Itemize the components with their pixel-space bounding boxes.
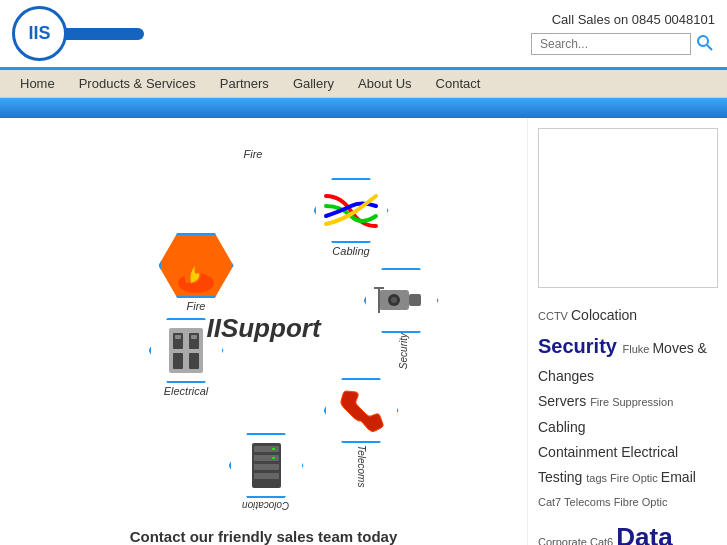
logo: IIS	[12, 6, 67, 61]
tag-testing[interactable]: Testing	[538, 469, 586, 485]
main: IISupport Fire	[0, 118, 727, 545]
svg-rect-19	[173, 353, 183, 369]
tag-telecoms[interactable]: Telecoms	[564, 496, 614, 508]
tag-fire-optic[interactable]: Fire Optic	[610, 472, 661, 484]
nav: Home Products & Services Partners Galler…	[0, 70, 727, 98]
search-input[interactable]	[531, 33, 691, 55]
tag-corporate[interactable]: Corporate Cat6	[538, 536, 616, 545]
hex-security: Security	[364, 268, 439, 369]
svg-line-1	[707, 45, 712, 50]
tag-colocation[interactable]: Colocation	[571, 307, 637, 323]
tag-cat7[interactable]: Cat7	[538, 496, 564, 508]
tag-electrical[interactable]: Electrical	[621, 444, 678, 460]
svg-rect-12	[254, 464, 279, 470]
svg-rect-15	[272, 457, 275, 459]
svg-rect-10	[254, 446, 279, 452]
logo-text: IIS	[28, 23, 50, 44]
search-icon	[697, 35, 713, 51]
hex-diagram: IISupport Fire	[64, 138, 464, 518]
tag-containment[interactable]: Containment	[538, 444, 621, 460]
hex-cabling: Cabling	[314, 178, 389, 257]
security-icon	[374, 278, 429, 323]
tag-fluke[interactable]: Fluke	[622, 343, 652, 355]
svg-rect-21	[175, 335, 181, 339]
fire-icon	[171, 238, 221, 293]
header: IIS Call Sales on 0845 0048101	[0, 0, 727, 70]
logo-area: IIS	[12, 6, 144, 61]
tag-security[interactable]: Security	[538, 335, 622, 357]
electrical-icon	[161, 323, 211, 378]
sidebar-ad	[538, 128, 718, 288]
blue-banner	[0, 98, 727, 118]
hex-telecoms: Telecoms	[324, 378, 399, 487]
search-bar	[531, 33, 715, 56]
search-button[interactable]	[695, 33, 715, 56]
tag-fire-supp[interactable]: Fire Suppression	[590, 396, 673, 408]
hex-cabling-label: Cabling	[332, 245, 369, 257]
fire-top-label: Fire	[244, 148, 263, 160]
tag-cabling[interactable]: Cabling	[538, 419, 585, 435]
content: IISupport Fire	[0, 118, 527, 545]
hex-security-label: Security	[398, 333, 409, 369]
hex-electrical-label: Electrical	[164, 385, 209, 397]
telecoms-icon	[336, 386, 386, 436]
nav-contact[interactable]: Contact	[424, 72, 493, 95]
tag-servers[interactable]: Servers	[538, 393, 590, 409]
svg-rect-13	[254, 473, 279, 479]
sidebar: CCTV Colocation Security Fluke Moves & C…	[527, 118, 727, 545]
hex-fire-image: Fire	[159, 233, 234, 312]
hex-fire-label: Fire	[187, 300, 206, 312]
nav-gallery[interactable]: Gallery	[281, 72, 346, 95]
nav-products[interactable]: Products & Services	[67, 72, 208, 95]
svg-rect-14	[272, 448, 275, 450]
tag-cloud: CCTV Colocation Security Fluke Moves & C…	[538, 303, 717, 545]
hex-colocation: Colocation	[229, 433, 304, 511]
svg-rect-11	[254, 455, 279, 461]
svg-rect-22	[191, 335, 197, 339]
colocation-icon	[244, 438, 289, 493]
cabling-icon	[321, 186, 381, 236]
call-sales: Call Sales on 0845 0048101	[552, 12, 715, 27]
svg-rect-20	[189, 353, 199, 369]
svg-point-6	[391, 297, 397, 303]
tag-email[interactable]: Email	[661, 469, 696, 485]
header-right: Call Sales on 0845 0048101	[531, 12, 715, 56]
logo-tail	[64, 28, 144, 40]
contact-line: Contact our friendly sales team today	[130, 528, 398, 545]
tag-fibre[interactable]: Fibre Optic	[614, 496, 668, 508]
tag-cctv[interactable]: CCTV	[538, 310, 571, 322]
nav-home[interactable]: Home	[8, 72, 67, 95]
iisupport-label: IISupport	[206, 313, 320, 344]
hex-telecoms-label: Telecoms	[356, 445, 367, 487]
hex-colocation-label: Colocation	[242, 500, 289, 511]
svg-point-0	[698, 36, 708, 46]
nav-partners[interactable]: Partners	[208, 72, 281, 95]
nav-about[interactable]: About Us	[346, 72, 423, 95]
tag-tags[interactable]: tags	[586, 472, 610, 484]
svg-rect-4	[409, 294, 421, 306]
